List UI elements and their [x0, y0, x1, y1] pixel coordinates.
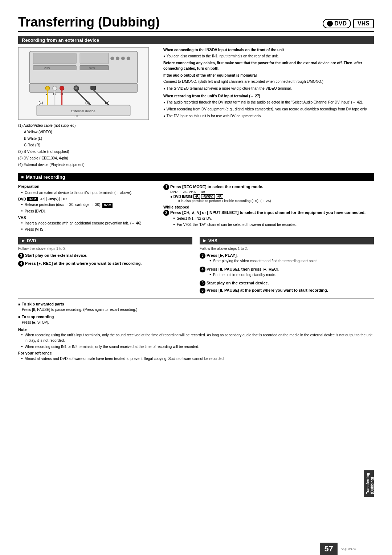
dvd-step-num-3: 3: [18, 253, 24, 259]
svg-rect-1: [33, 53, 76, 64]
ext-device-layout: VHS DVD A B C: [18, 47, 374, 169]
prep-list: Connect an external device to this unit'…: [21, 190, 156, 195]
svg-point-14: [60, 86, 64, 90]
dvd-col-header: DVD: [18, 237, 192, 244]
dvd-badge: DVD: [323, 19, 351, 28]
manual-recording-header: Manual recording: [18, 173, 374, 181]
vhs-step-6: 6 Press [II, PAUSE] at the point where y…: [200, 288, 374, 293]
step-num-1: 1: [163, 184, 169, 190]
caption-1: (1) Audio/Video cable (not supplied): [18, 123, 156, 129]
note-header-label: Note: [18, 327, 374, 332]
vhs-follow: Follow the above steps 1 to 2.: [200, 247, 374, 251]
manual-left: Preparation Connect an external device t…: [18, 184, 156, 234]
step-1-tags: ● DVD RAM -R -RW(V) +R: [170, 194, 271, 199]
svg-point-6: [127, 57, 130, 60]
vhs-step-5: 5 Start play on the external device.: [200, 280, 374, 286]
dvd-bullet-1: Release protection (disc → 30, cartridge…: [21, 202, 156, 208]
plusr-tag: +R: [61, 197, 68, 201]
svg-text:(3): (3): [105, 101, 109, 105]
device-image: VHS DVD A B C: [18, 47, 149, 120]
right-note-5: When recording from the unit's DV input …: [163, 93, 374, 105]
dvd-col: DVD Follow the above steps 1 to 2. 3 Sta…: [18, 237, 192, 295]
svg-point-3: [110, 57, 114, 60]
vhs-step-num-5: 5: [200, 280, 205, 286]
svg-point-13: [53, 86, 57, 90]
vhs-step-6-text: Press [II, PAUSE] at the point where you…: [207, 288, 328, 293]
vhs-step-4-bullets: Put the unit in recording standby mode.: [209, 272, 279, 278]
ext-device-left: VHS DVD A B C: [18, 47, 156, 169]
right-note-6: ● When recording from DV equipment (e.g.…: [163, 106, 374, 112]
vhs-step-4-text: Press [II, PAUSE], then press [●, REC].: [207, 267, 279, 271]
dvd-bullet-2: Press [DVD].: [21, 208, 156, 214]
vhs-bullet-1: Insert a video cassette with an accident…: [21, 220, 156, 226]
page-title-area: Transferring (Dubbing) DVD VHS: [18, 15, 374, 32]
vhs-step-num-4: 4: [200, 267, 205, 272]
stop-text: Press [■, STOP].: [22, 320, 374, 325]
dvd-bullets: Release protection (disc → 30, cartridge…: [21, 202, 156, 214]
vhs-col: VHS Follow the above steps 1 to 2. 3 Pre…: [200, 237, 374, 295]
svg-point-4: [116, 57, 119, 60]
notes-section: To skip unwanted parts Press [II, PAUSE]…: [18, 299, 374, 361]
vqt-code: VQT0R73: [341, 547, 356, 551]
dvd-step-3: 3 Start play on the external device.: [18, 253, 192, 259]
manual-right: 1 Press [REC MODE] to select the recordi…: [163, 184, 374, 234]
skip-text: Press [II, PAUSE] to pause recording. (P…: [22, 307, 374, 312]
step-2-container: While stopped 2 Press [CH, ∧, ∨] or [INP…: [163, 205, 374, 228]
dvd-format-row: DVD RAM -R -RW(V) +R: [18, 197, 156, 201]
page-number: 57: [320, 543, 337, 555]
vhs-step-4: 4 Press [II, PAUSE], then press [●, REC]…: [200, 267, 374, 279]
section1-header: Recording from an external device: [18, 36, 374, 44]
caption-2: (2) S-Video cable (not supplied): [18, 149, 156, 155]
svg-rect-2: [80, 53, 109, 64]
svg-text:(2): (2): [85, 101, 90, 105]
dvd-step-4: 4 Press [●, REC] at the point where you …: [18, 261, 192, 267]
vhs-bullet-2: Press [VHS].: [21, 227, 156, 232]
for-ref-list: Almost all videos and DVD software on sa…: [21, 356, 374, 361]
dvd-vhs-layout: DVD Follow the above steps 1 to 2. 3 Sta…: [18, 237, 374, 295]
caption-list: (1) Audio/Video cable (not supplied) A Y…: [18, 123, 156, 168]
caption-c: C Red (R): [24, 142, 156, 148]
manual-layout: Preparation Connect an external device t…: [18, 184, 374, 234]
step-1-text: Press [REC MODE] to select the recording…: [170, 185, 263, 189]
caption-3: (3) DV cable (IEEE1394, 4-pin): [18, 155, 156, 161]
svg-point-19: [75, 87, 77, 89]
step-1-sub3: - It is also possible to perform Flexibl…: [176, 199, 271, 203]
r-tag: -R: [39, 197, 45, 201]
svg-point-12: [45, 86, 50, 90]
right-note-4: ● The S-VIDEO terminal achieves a more v…: [163, 86, 374, 91]
step-1: 1 Press [REC MODE] to select the recordi…: [163, 184, 374, 203]
page-number-area: 57 VQT0R73: [320, 543, 356, 555]
notes-list: When recording using the unit's input te…: [21, 332, 374, 349]
vhs-col-header: VHS: [200, 237, 374, 244]
svg-text:DVD: DVD: [89, 66, 95, 70]
step-2-label: While stopped: [163, 205, 374, 209]
dvd-step-4-text: Press [●, REC] at the point where you wa…: [25, 261, 142, 266]
step-2-bullets: Select IN1, IN2 or DV. For VHS, the "DV"…: [173, 216, 366, 227]
stop-header: To stop recording: [18, 315, 374, 319]
vhs-step-3-text: Press [▶, PLAY].: [207, 253, 238, 258]
right-note-7: ● The DV input on this unit is for use w…: [163, 113, 374, 119]
dvd-step-num-4: 4: [18, 261, 24, 267]
svg-text:(4): (4): [74, 114, 78, 117]
right-note-2: Before connecting any cables, first make…: [163, 60, 374, 71]
vhs-step-num-3: 3: [200, 253, 205, 259]
svg-text:(1): (1): [38, 101, 43, 105]
vhs-step-3: 3 Press [▶, PLAY]. Start playing the vid…: [200, 253, 374, 265]
vhs-bullets: Insert a video cassette with an accident…: [21, 220, 156, 232]
ram-tag: RAM: [27, 197, 38, 201]
vhs-step-num-6: 6: [200, 288, 205, 293]
page-title: Transferring (Dubbing): [18, 15, 160, 30]
step-2: 2 Press [CH, ∧, ∨] or [INPUT SELECT] to …: [163, 210, 374, 228]
svg-rect-8: [33, 66, 76, 70]
svg-text:External device: External device: [71, 109, 95, 113]
vhs-step-4-bullet: Put the unit in recording standby mode.: [209, 272, 279, 278]
svg-text:VHS: VHS: [44, 66, 50, 70]
rwv-tag: -RW(V): [46, 197, 60, 201]
vhs-step-3-bullet: Start playing the video cassette and fin…: [209, 258, 318, 264]
step-2-text: Press [CH, ∧, ∨] or [INPUT SELECT] to se…: [170, 210, 366, 215]
svg-rect-20: [91, 86, 96, 90]
vhs-format-label: VHS: [18, 215, 156, 220]
step-1-sub: DVD → 24, VHS → 49: [170, 190, 271, 194]
for-ref-text: Almost all videos and DVD software on sa…: [21, 356, 374, 361]
ext-device-right: When connecting to the IN2/DV input term…: [163, 47, 374, 169]
